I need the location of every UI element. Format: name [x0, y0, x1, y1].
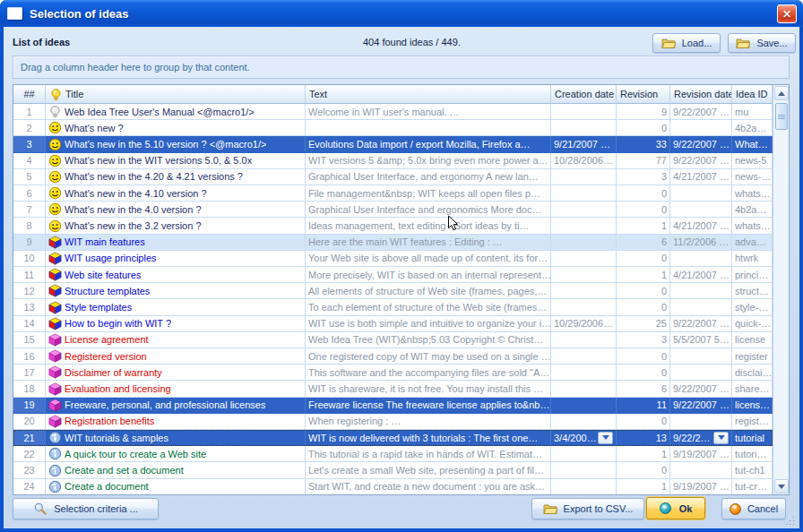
column-header-num[interactable]: ## — [13, 85, 46, 104]
row-number-cell[interactable]: 4 — [13, 153, 46, 169]
row-idea-id-cell[interactable]: What… — [732, 136, 773, 152]
row-number-cell[interactable]: 12 — [13, 283, 46, 299]
row-creation-date-cell[interactable] — [551, 414, 617, 430]
row-creation-date-cell[interactable] — [551, 251, 617, 267]
row-text-cell[interactable]: Start WIT, and create a new document : y… — [306, 479, 551, 494]
row-idea-id-cell[interactable]: regist… — [732, 414, 773, 430]
row-title-cell[interactable]: What's new in the 5.10 version ? <@macro… — [46, 136, 306, 152]
row-creation-date-cell[interactable] — [551, 185, 617, 202]
vertical-scrollbar[interactable] — [773, 85, 789, 494]
row-number-cell[interactable]: 16 — [13, 348, 46, 365]
row-creation-date-cell[interactable]: 10/29/2006… — [551, 316, 617, 332]
row-creation-date-cell[interactable]: 3/4/200… — [551, 430, 617, 446]
row-revision-date-cell[interactable] — [670, 414, 732, 430]
row-text-cell[interactable]: WIT use is both simple and intuitive to … — [306, 316, 551, 332]
row-revision-date-cell[interactable] — [670, 462, 732, 478]
row-creation-date-cell[interactable] — [551, 348, 617, 365]
table-row[interactable]: 19Freeware, personal, and professional l… — [13, 398, 773, 414]
row-revision-date-cell[interactable] — [670, 185, 732, 202]
row-title-cell[interactable]: What's new in the 4.20 & 4.21 versions ? — [46, 169, 306, 185]
row-text-cell[interactable]: Welcome in WIT user's manual. … — [306, 104, 551, 120]
row-title-cell[interactable]: Create a document — [46, 479, 306, 494]
row-revision-date-cell[interactable]: 9/22/2… — [670, 430, 732, 446]
row-revision-cell[interactable]: 1 — [617, 479, 670, 494]
row-number-cell[interactable]: 10 — [13, 251, 46, 267]
row-number-cell[interactable]: 1 — [13, 104, 46, 120]
row-title-cell[interactable]: Style templates — [46, 299, 306, 315]
row-text-cell[interactable]: Your Web site is above all made up of co… — [306, 251, 551, 267]
row-creation-date-cell[interactable] — [551, 169, 617, 185]
row-text-cell[interactable]: Graphical User Interface and ergonomics … — [306, 202, 551, 218]
table-row[interactable]: 3What's new in the 5.10 version ? <@macr… — [13, 136, 773, 152]
row-revision-cell[interactable]: 0 — [617, 348, 670, 365]
table-row[interactable]: 23Create and set a documentLet's create … — [13, 462, 773, 478]
row-number-cell[interactable]: 14 — [13, 316, 46, 332]
row-text-cell[interactable]: WIT is now delivered with 3 tutorials : … — [306, 430, 551, 446]
row-idea-id-cell[interactable]: tut-cr… — [732, 479, 773, 494]
table-row[interactable]: 24Create a documentStart WIT, and create… — [13, 479, 773, 494]
row-idea-id-cell[interactable]: register — [732, 348, 773, 365]
row-text-cell[interactable]: This software and the accompanying files… — [306, 365, 551, 381]
row-text-cell[interactable]: File management&nbsp; WIT keeps all open… — [306, 185, 551, 202]
row-number-cell[interactable]: 7 — [13, 202, 46, 218]
row-idea-id-cell[interactable]: quick-… — [732, 316, 773, 332]
row-creation-date-cell[interactable] — [551, 332, 617, 348]
row-text-cell[interactable]: This tutorial is a rapid take in hands o… — [306, 446, 551, 462]
column-header-idea-id[interactable]: Idea ID — [732, 85, 773, 104]
table-row[interactable]: 5What's new in the 4.20 & 4.21 versions … — [13, 169, 773, 185]
row-title-cell[interactable]: Structure templates — [46, 283, 306, 299]
row-revision-date-cell[interactable] — [670, 283, 732, 299]
row-idea-id-cell[interactable]: whats… — [732, 185, 773, 202]
row-creation-date-cell[interactable] — [551, 218, 617, 234]
column-header-revision-date[interactable]: Revision date — [670, 85, 732, 104]
row-number-cell[interactable]: 9 — [13, 235, 46, 251]
row-revision-date-cell[interactable]: 4/21/2007 … — [670, 218, 732, 234]
table-row[interactable]: 11Web site featuresMore precisely, WIT i… — [13, 267, 773, 283]
row-text-cell[interactable]: Here are the main WIT features : Editing… — [306, 235, 551, 251]
row-revision-date-cell[interactable] — [670, 251, 732, 267]
row-text-cell[interactable]: Web Idea Tree (WIT)&nbsp;5.03 Copyright … — [306, 332, 551, 348]
table-row[interactable]: 18Evaluation and licensingWIT is sharewa… — [13, 381, 773, 397]
row-title-cell[interactable]: Web Idea Tree User's Manual <@macro1/> — [46, 104, 306, 120]
row-text-cell[interactable]: Evolutions Data import / export Mozilla,… — [306, 136, 551, 152]
row-number-cell[interactable]: 11 — [13, 267, 46, 283]
row-number-cell[interactable]: 6 — [13, 185, 46, 202]
row-idea-id-cell[interactable]: news-5 — [732, 153, 773, 169]
row-number-cell[interactable]: 19 — [13, 398, 46, 414]
table-row[interactable]: 9WIT main featuresHere are the main WIT … — [13, 235, 773, 251]
table-row[interactable]: 1Web Idea Tree User's Manual <@macro1/>W… — [13, 104, 773, 120]
table-row[interactable]: 6What's new in the 4.10 version ?File ma… — [13, 185, 773, 202]
row-revision-date-cell[interactable]: 9/22/2007 … — [670, 316, 732, 332]
date-dropdown-button[interactable] — [713, 432, 729, 444]
row-creation-date-cell[interactable] — [551, 235, 617, 251]
scrollbar-thumb[interactable] — [775, 103, 788, 130]
row-idea-id-cell[interactable]: princi… — [732, 267, 773, 283]
row-idea-id-cell[interactable]: mu — [732, 104, 773, 120]
row-creation-date-cell[interactable] — [551, 446, 617, 462]
row-creation-date-cell[interactable] — [551, 479, 617, 494]
scroll-down-button[interactable] — [774, 479, 789, 493]
column-header-revision[interactable]: Revision — [617, 85, 670, 104]
row-text-cell[interactable]: WIT versions 5 &amp; 5.0x bring even mor… — [306, 153, 551, 169]
table-row[interactable]: 4What's new in the WIT versions 5.0, & 5… — [13, 153, 773, 169]
row-creation-date-cell[interactable] — [551, 299, 617, 315]
row-idea-id-cell[interactable]: licens… — [732, 398, 773, 414]
row-idea-id-cell[interactable]: disclai… — [732, 365, 773, 381]
row-idea-id-cell[interactable]: news-… — [732, 169, 773, 185]
row-idea-id-cell[interactable]: tutori… — [732, 446, 773, 462]
row-revision-date-cell[interactable]: 9/22/2007 … — [670, 136, 732, 152]
row-idea-id-cell[interactable]: 4b2a… — [732, 202, 773, 218]
scroll-up-button[interactable] — [774, 86, 789, 100]
row-revision-date-cell[interactable]: 5/5/2007 5… — [670, 332, 732, 348]
row-revision-date-cell[interactable] — [670, 365, 732, 381]
row-revision-cell[interactable]: 0 — [617, 462, 670, 478]
row-number-cell[interactable]: 2 — [13, 120, 46, 136]
column-header-text[interactable]: Text — [306, 85, 551, 104]
row-revision-cell[interactable]: 0 — [617, 365, 670, 381]
row-title-cell[interactable]: Create and set a document — [46, 462, 306, 478]
row-revision-cell[interactable]: 0 — [617, 202, 670, 218]
row-revision-date-cell[interactable] — [670, 299, 732, 315]
row-creation-date-cell[interactable] — [551, 267, 617, 283]
row-revision-cell[interactable]: 0 — [617, 251, 670, 267]
row-title-cell[interactable]: WIT tutorials & samples — [46, 430, 306, 446]
